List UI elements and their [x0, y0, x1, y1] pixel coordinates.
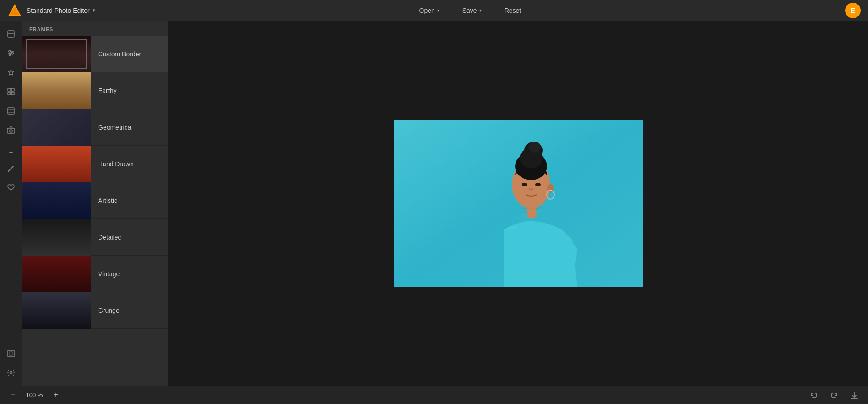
frame-thumb-inner-earthy — [22, 72, 91, 109]
frame-thumb-artistic — [22, 182, 91, 219]
frame-label-detailed: Detailed — [91, 234, 129, 241]
frame-thumb-geometrical — [22, 109, 91, 146]
photo-svg — [394, 120, 643, 287]
svg-point-8 — [9, 50, 11, 52]
frame-item-artistic[interactable]: Artistic — [22, 182, 168, 219]
frame-thumb-custom-border — [22, 36, 91, 72]
svg-point-22 — [10, 372, 12, 374]
svg-point-31 — [535, 183, 541, 186]
open-chevron-icon: ▾ — [437, 8, 439, 13]
frame-label-hand-drawn: Hand Drawn — [91, 160, 141, 168]
user-avatar[interactable]: E — [845, 3, 861, 18]
main-area: FRAMES Custom BorderEarthyGeometricalHan… — [0, 21, 868, 386]
download-button[interactable] — [848, 389, 861, 402]
frame-thumb-inner-custom-border — [22, 36, 91, 72]
app-title-area[interactable]: Standard Photo Editor ▾ — [27, 7, 95, 14]
svg-rect-14 — [11, 92, 14, 95]
frame-item-geometrical[interactable]: Geometrical — [22, 109, 168, 146]
frame-label-artistic: Artistic — [91, 197, 125, 204]
frame-item-custom-border[interactable]: Custom Border — [22, 36, 168, 72]
grid-icon-btn[interactable] — [3, 83, 19, 100]
frame-label-custom-border: Custom Border — [91, 50, 148, 58]
svg-rect-20 — [8, 350, 14, 357]
heart-icon-btn[interactable] — [3, 180, 19, 196]
frame-thumb-earthy — [22, 72, 91, 109]
svg-rect-13 — [8, 92, 11, 95]
undo-button[interactable] — [808, 389, 820, 402]
svg-point-9 — [11, 52, 13, 54]
frame-thumb-vintage — [22, 256, 91, 292]
frame-item-earthy[interactable]: Earthy — [22, 72, 168, 109]
frame-square-icon-btn[interactable] — [3, 345, 19, 362]
frame-thumb-inner-hand-drawn — [22, 146, 91, 182]
svg-rect-12 — [11, 88, 14, 91]
frame-thumb-hand-drawn — [22, 146, 91, 182]
app-title: Standard Photo Editor — [27, 7, 90, 14]
svg-rect-15 — [8, 108, 14, 114]
frame-thumb-inner-artistic — [22, 182, 91, 219]
frame-item-hand-drawn[interactable]: Hand Drawn — [22, 146, 168, 182]
redo-button[interactable] — [828, 389, 841, 402]
reset-button[interactable]: Reset — [500, 4, 526, 17]
magic-icon-btn[interactable] — [3, 64, 19, 81]
frames-header: FRAMES — [22, 21, 168, 36]
svg-point-29 — [529, 142, 541, 153]
save-chevron-icon: ▾ — [479, 8, 482, 13]
app-logo[interactable] — [7, 3, 22, 18]
frames-list: Custom BorderEarthyGeometricalHand Drawn… — [22, 36, 168, 386]
text-icon-btn[interactable] — [3, 141, 19, 158]
open-button[interactable]: Open ▾ — [415, 4, 444, 17]
frame-item-detailed[interactable]: Detailed — [22, 219, 168, 256]
sliders-icon-btn[interactable] — [3, 45, 19, 61]
frame-item-grunge[interactable]: Grunge — [22, 292, 168, 329]
frame-thumb-grunge — [22, 292, 91, 329]
text-frame-icon-btn[interactable] — [3, 103, 19, 119]
frame-thumb-detailed — [22, 219, 91, 256]
frame-label-geometrical: Geometrical — [91, 124, 140, 131]
svg-point-10 — [9, 54, 11, 56]
zoom-controls: − 100 % + — [7, 390, 61, 401]
zoom-in-button[interactable]: + — [50, 390, 61, 401]
svg-rect-11 — [8, 88, 11, 91]
save-button[interactable]: Save ▾ — [458, 4, 486, 17]
svg-point-30 — [522, 183, 527, 186]
home-icon-btn[interactable] — [3, 26, 19, 42]
brush-icon-btn[interactable] — [3, 160, 19, 177]
frame-thumb-inner-grunge — [22, 292, 91, 329]
frame-label-grunge: Grunge — [91, 307, 127, 314]
bottombar-right — [808, 389, 861, 402]
topbar-actions: Open ▾ Save ▾ Reset — [95, 4, 845, 17]
svg-rect-21 — [9, 352, 13, 355]
svg-point-19 — [10, 130, 12, 132]
zoom-level: 100 % — [23, 392, 46, 399]
topbar: Standard Photo Editor ▾ Open ▾ Save ▾ Re… — [0, 0, 868, 21]
camera-icon-btn[interactable] — [3, 122, 19, 138]
panels-sidebar: FRAMES Custom BorderEarthyGeometricalHan… — [22, 21, 169, 386]
icon-sidebar — [0, 21, 22, 386]
frame-thumb-inner-vintage — [22, 256, 91, 292]
canvas-image — [394, 120, 643, 287]
frame-thumb-inner-geometrical — [22, 109, 91, 146]
frame-label-vintage: Vintage — [91, 270, 127, 278]
canvas-container — [394, 120, 643, 287]
bottombar: − 100 % + — [0, 386, 868, 404]
zoom-out-button[interactable]: − — [7, 390, 18, 401]
settings-icon-btn[interactable] — [3, 365, 19, 381]
frame-thumb-inner-detailed — [22, 219, 91, 256]
canvas-area[interactable] — [169, 21, 868, 386]
frame-label-earthy: Earthy — [91, 87, 124, 94]
frame-item-vintage[interactable]: Vintage — [22, 256, 168, 292]
